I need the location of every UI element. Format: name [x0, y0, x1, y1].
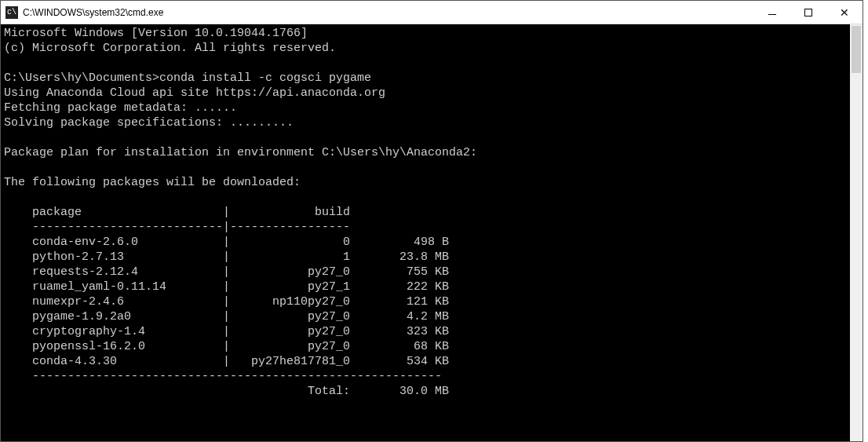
close-button[interactable]: ✕ — [826, 1, 863, 24]
scrollbar-thumb[interactable] — [852, 26, 861, 73]
vertical-scrollbar[interactable] — [850, 24, 863, 441]
window-title: C:\WINDOWS\system32\cmd.exe — [23, 7, 163, 18]
titlebar[interactable]: c\ C:\WINDOWS\system32\cmd.exe ✕ — [1, 1, 863, 24]
minimize-button[interactable] — [754, 1, 790, 24]
terminal-area[interactable]: Microsoft Windows [Version 10.0.19044.17… — [1, 24, 863, 441]
maximize-button[interactable] — [790, 1, 826, 24]
cmd-window: c\ C:\WINDOWS\system32\cmd.exe ✕ Microso… — [0, 0, 863, 442]
terminal-text: Microsoft Windows [Version 10.0.19044.17… — [1, 24, 863, 400]
minimize-icon — [768, 14, 776, 15]
cmd-icon: c\ — [5, 6, 18, 19]
close-icon: ✕ — [840, 7, 849, 18]
maximize-icon — [804, 9, 812, 16]
